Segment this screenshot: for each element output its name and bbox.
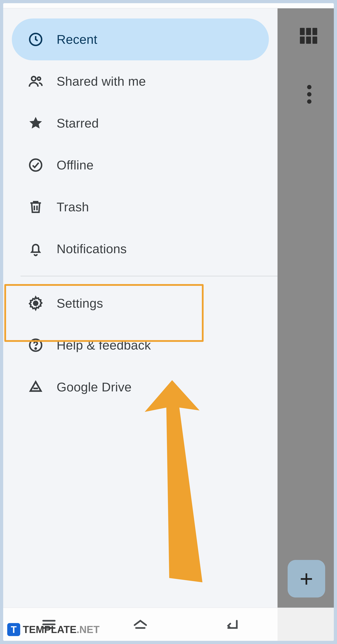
nav-bar-edge bbox=[278, 608, 334, 641]
nav-item-offline[interactable]: Offline bbox=[12, 144, 269, 186]
navigation-drawer: Recent Shared with me Starred Offline bbox=[3, 8, 278, 608]
create-fab[interactable]: + bbox=[288, 560, 325, 598]
plus-icon: + bbox=[300, 567, 313, 590]
nav-item-label: Shared with me bbox=[56, 74, 146, 89]
check-circle-icon bbox=[28, 157, 44, 173]
grid-view-icon[interactable] bbox=[300, 28, 317, 44]
nav-item-label: Recent bbox=[56, 32, 97, 47]
svg-point-4 bbox=[34, 301, 38, 305]
nav-item-label: Notifications bbox=[56, 242, 127, 256]
nav-item-label: Offline bbox=[56, 158, 94, 172]
svg-point-3 bbox=[30, 159, 42, 171]
drawer-divider bbox=[20, 276, 278, 276]
nav-item-label: Help & feedback bbox=[56, 338, 151, 352]
nav-home-button[interactable] bbox=[94, 608, 186, 641]
nav-item-label: Settings bbox=[56, 296, 103, 311]
nav-item-starred[interactable]: Starred bbox=[12, 102, 269, 144]
device-frame: + Recent Shared with me Starred bbox=[0, 0, 337, 644]
nav-item-settings[interactable]: Settings bbox=[12, 282, 269, 324]
screen: + Recent Shared with me Starred bbox=[3, 3, 334, 641]
nav-item-label: Trash bbox=[56, 200, 89, 214]
nav-item-label: Starred bbox=[56, 116, 99, 130]
nav-item-trash[interactable]: Trash bbox=[12, 186, 269, 228]
nav-item-label: Google Drive bbox=[56, 380, 132, 394]
nav-item-help[interactable]: Help & feedback bbox=[12, 324, 269, 366]
help-icon bbox=[28, 337, 44, 353]
nav-back-button[interactable] bbox=[186, 608, 278, 641]
svg-point-1 bbox=[32, 76, 36, 81]
people-icon bbox=[28, 73, 44, 89]
gear-icon bbox=[28, 295, 44, 311]
svg-point-6 bbox=[35, 348, 36, 349]
nav-item-drive[interactable]: Google Drive bbox=[12, 366, 269, 408]
nav-item-recent[interactable]: Recent bbox=[12, 18, 269, 60]
watermark-badge: T bbox=[7, 623, 20, 636]
drive-icon bbox=[28, 379, 44, 395]
more-vert-icon[interactable] bbox=[307, 85, 312, 104]
nav-item-notifications[interactable]: Notifications bbox=[12, 228, 269, 270]
background-dimmed-panel bbox=[278, 8, 334, 608]
svg-point-2 bbox=[38, 77, 40, 80]
star-icon bbox=[28, 115, 44, 131]
watermark: T TEMPLATE.NET bbox=[7, 623, 100, 636]
bell-icon bbox=[28, 241, 44, 257]
nav-item-shared[interactable]: Shared with me bbox=[12, 60, 269, 102]
clock-icon bbox=[28, 32, 44, 47]
watermark-text: TEMPLATE.NET bbox=[23, 624, 100, 635]
trash-icon bbox=[28, 199, 44, 215]
